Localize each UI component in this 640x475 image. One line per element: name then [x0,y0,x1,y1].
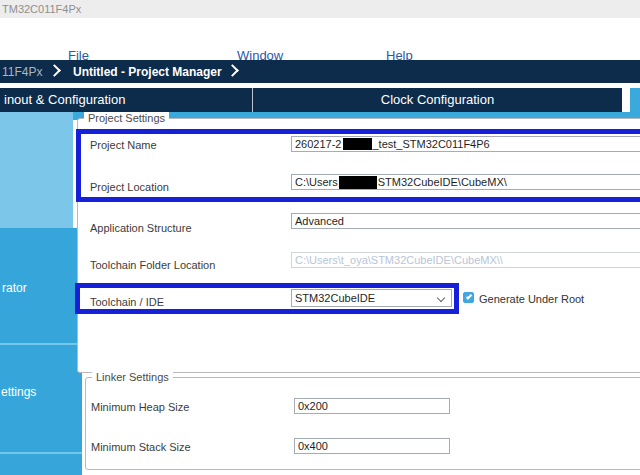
application-structure-label: Application Structure [90,222,192,234]
generate-under-root-checkbox[interactable] [463,292,474,303]
project-name-value-prefix: 260217-2 [295,138,342,150]
sidebar-divider [0,452,82,454]
sidebar-item-code-generator[interactable]: rator [2,281,27,295]
project-name-input[interactable]: 260217-2_test_STM32C011F4P6 [291,136,640,152]
application-structure-input[interactable]: Advanced [291,213,640,229]
linker-settings-legend: Linker Settings [92,371,173,383]
toolchain-ide-label: Toolchain / IDE [90,296,164,308]
sidebar-item-advanced-settings[interactable]: ettings [1,385,36,399]
project-location-label: Project Location [90,181,169,193]
toolchain-ide-dropdown[interactable]: STM32CubeIDE [291,289,452,307]
generate-under-root-label: Generate Under Root [479,293,584,305]
redaction-block [339,176,377,189]
toolchain-ide-value: STM32CubeIDE [295,292,375,304]
toolchain-folder-value: C:\Users\t_oya\STM32CubeIDE\CubeMX\\ [295,254,503,266]
project-location-value-prefix: C:\Users [295,176,338,188]
tab-project-manager-sliver[interactable] [630,88,640,112]
application-structure-value: Advanced [295,215,344,227]
min-heap-value: 0x200 [298,400,328,412]
project-name-label: Project Name [90,139,157,151]
toolchain-folder-input: C:\Users\t_oya\STM32CubeIDE\CubeMX\\ [291,252,640,268]
redaction-block [343,138,372,150]
min-heap-label: Minimum Heap Size [91,401,189,413]
chevron-down-icon [437,294,445,302]
toolchain-folder-label: Toolchain Folder Location [90,259,215,271]
tab-clock-configuration[interactable]: Clock Configuration [253,92,622,107]
tab-pinout-configuration[interactable]: inout & Configuration [4,92,125,107]
chevron-right-icon [226,64,239,77]
min-stack-label: Minimum Stack Size [91,441,191,453]
min-stack-value: 0x400 [298,440,328,452]
check-icon [466,293,472,299]
breadcrumb-page-title: Untitled - Project Manager [73,65,222,79]
project-settings-group [77,118,640,373]
sidebar-divider [0,343,82,345]
min-stack-input[interactable]: 0x400 [294,438,450,454]
title-bar: TM32C011F4Px [0,0,640,18]
sidebar [0,228,82,475]
project-location-value-suffix: STM32CubeIDE\CubeMX\ [378,176,507,188]
window-title: TM32C011F4Px [2,3,81,15]
linker-settings-group [85,377,640,470]
min-heap-input[interactable]: 0x200 [294,398,450,414]
breadcrumb-device[interactable]: 11F4Px [2,65,42,79]
menu-bar: File Window Help [0,18,640,60]
chevron-right-icon [48,64,61,77]
project-name-value-suffix: _test_STM32C011F4P6 [373,138,490,150]
project-settings-legend: Project Settings [84,112,169,124]
app-window: TM32C011F4Px File Window Help 11F4Px Unt… [0,0,640,475]
sidebar-item-project[interactable] [0,112,73,228]
project-location-input[interactable]: C:\UsersSTM32CubeIDE\CubeMX\ [291,174,640,190]
breadcrumb: 11F4Px Untitled - Project Manager [0,60,640,83]
